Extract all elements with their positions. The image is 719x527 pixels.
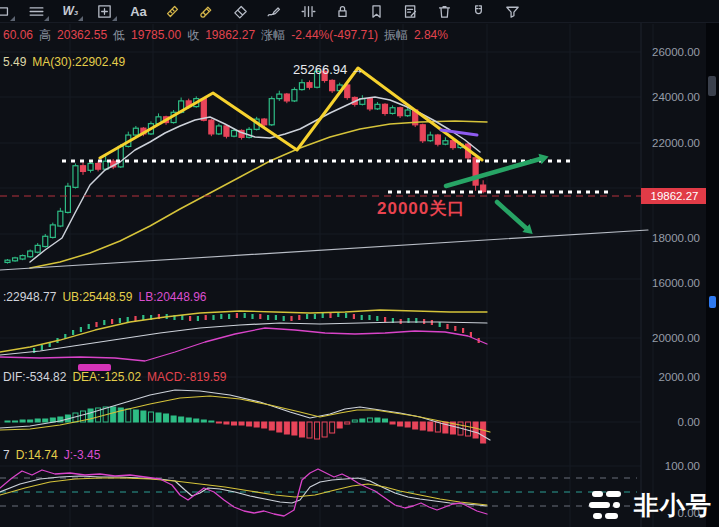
dropdown-caret-icon bbox=[112, 16, 117, 21]
lines-tool-icon[interactable] bbox=[27, 2, 46, 20]
macd-dif-value: DIF:-534.82 bbox=[3, 370, 66, 384]
dropdown-caret-icon bbox=[44, 16, 49, 21]
support-level-annotation: 20000关口 bbox=[377, 197, 465, 220]
kdj-info-row: 7D:14.74J:-3.45 bbox=[3, 448, 106, 462]
notes-tool-icon[interactable] bbox=[401, 2, 420, 20]
text-tool-icon[interactable]: Aa bbox=[129, 2, 148, 20]
change-label: 涨幅 bbox=[261, 28, 285, 42]
magnet-tool-icon[interactable] bbox=[469, 2, 488, 20]
amplitude-value: 2.84% bbox=[414, 28, 448, 42]
pencil-tool-icon[interactable] bbox=[265, 2, 284, 20]
right-scroll-strip bbox=[706, 22, 719, 527]
ma30-value: MA(30):22902.49 bbox=[32, 55, 125, 69]
low-value: 19785.00 bbox=[131, 28, 181, 42]
boll-lb-value: LB:20448.96 bbox=[138, 290, 206, 304]
lock-tool-icon[interactable] bbox=[333, 2, 352, 20]
feixiaohao-logo-icon bbox=[589, 491, 627, 520]
macd-info-row: DIF:-534.82DEA:-125.02MACD:-819.59 bbox=[3, 370, 232, 384]
axis-label: 26000.00 bbox=[630, 46, 700, 58]
close-label: 收 bbox=[187, 28, 199, 42]
trash-tool-icon[interactable] bbox=[435, 2, 454, 20]
boll-mb-value: :22948.77 bbox=[3, 290, 56, 304]
open-value: 60.06 bbox=[3, 28, 33, 42]
axis-label: 22000.00 bbox=[630, 137, 700, 149]
macd-value: MACD:-819.59 bbox=[147, 370, 226, 384]
dropdown-caret-icon bbox=[78, 16, 83, 21]
axis-label: 24000.00 bbox=[630, 91, 700, 103]
kdj-j-value: J:-3.45 bbox=[64, 448, 101, 462]
ruler-circle-tool-icon[interactable] bbox=[197, 2, 216, 20]
kdj-pane bbox=[0, 469, 637, 516]
kdj-d-value: D:14.74 bbox=[16, 448, 58, 462]
kdj-k-value: 7 bbox=[3, 448, 10, 462]
peak-price-annotation: 25266.94 → bbox=[293, 62, 364, 77]
feixiaohao-watermark: 非小号 bbox=[589, 489, 712, 522]
axis-label: 2000.00 bbox=[630, 371, 700, 383]
cursor-tool-icon[interactable] bbox=[0, 2, 12, 20]
change-value: -2.44%(-497.71) bbox=[291, 28, 378, 42]
pattern-tool-icon[interactable] bbox=[95, 2, 114, 20]
high-label: 高 bbox=[39, 28, 51, 42]
feixiaohao-logo-text: 非小号 bbox=[634, 489, 712, 522]
drawing-toolbar: W₃Aa bbox=[0, 0, 719, 23]
bookmark-tool-icon[interactable] bbox=[367, 2, 386, 20]
ma-fast-value: 5.49 bbox=[3, 55, 26, 69]
boll-info-row: :22948.77UB:25448.59LB:20448.96 bbox=[3, 290, 213, 304]
boll-pane bbox=[0, 310, 487, 361]
dropdown-caret-icon bbox=[10, 16, 15, 21]
axis-label: 20000.00 bbox=[630, 332, 700, 344]
scrollbar-marker[interactable] bbox=[709, 296, 716, 308]
filter-tool-icon[interactable] bbox=[503, 2, 522, 20]
axis-label: 16000.00 bbox=[630, 277, 700, 289]
axis-label: 18000.00 bbox=[630, 232, 700, 244]
chart-canvas bbox=[0, 0, 719, 527]
scrollbar-thumb[interactable] bbox=[708, 76, 716, 96]
eraser-tool-icon[interactable] bbox=[231, 2, 250, 20]
macd-pane bbox=[0, 390, 490, 443]
last-price-badge: 19862.27 bbox=[641, 188, 708, 204]
boll-ub-value: UB:25448.59 bbox=[62, 290, 132, 304]
ohlc-info-row: 60.06高20362.55低19785.00收19862.27涨幅-2.44%… bbox=[3, 27, 454, 44]
amplitude-label: 振幅 bbox=[384, 28, 408, 42]
ruler-tool-icon[interactable] bbox=[163, 2, 182, 20]
macd-dea-value: DEA:-125.02 bbox=[72, 370, 141, 384]
close-value: 19862.27 bbox=[205, 28, 255, 42]
measure-tool-icon[interactable] bbox=[299, 2, 318, 20]
wave-tool-icon[interactable]: W₃ bbox=[61, 2, 80, 20]
axis-label: 0.00 bbox=[630, 416, 700, 428]
high-value: 20362.55 bbox=[57, 28, 107, 42]
low-label: 低 bbox=[113, 28, 125, 42]
ma-info-row: 5.49MA(30):22902.49 bbox=[3, 55, 131, 69]
trading-chart-app: W₃Aa 60.06高20362.55低19785.00收19862.27涨幅-… bbox=[0, 0, 719, 527]
axis-label: 100.00 bbox=[630, 460, 700, 472]
